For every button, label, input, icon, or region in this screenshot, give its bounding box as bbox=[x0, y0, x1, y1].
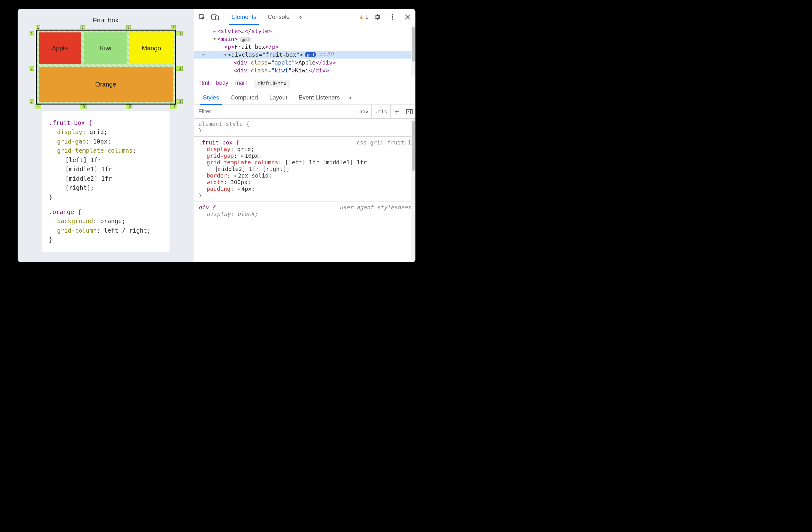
grid-cell-kiwi[interactable]: Kiwi bbox=[84, 32, 127, 64]
element-style-rule[interactable]: element.style { bbox=[199, 121, 411, 127]
scrollbar[interactable] bbox=[411, 119, 416, 262]
grid-badge-active[interactable]: grid bbox=[305, 52, 316, 57]
grid-col-label: -3 bbox=[80, 104, 86, 109]
code-selector: .orange { bbox=[49, 208, 82, 215]
styles-filter-row: :hov .cls bbox=[194, 105, 416, 119]
breadcrumb-item[interactable]: main bbox=[235, 80, 247, 87]
grid-row-label: 1 bbox=[30, 31, 34, 36]
grid-cell-apple[interactable]: Apple bbox=[39, 32, 82, 64]
styles-rules[interactable]: element.style { } css-grid-fruit:1 .frui… bbox=[194, 119, 416, 262]
svg-point-4 bbox=[392, 16, 393, 17]
styles-filter-input[interactable] bbox=[194, 108, 353, 115]
tab-event-listeners[interactable]: Event Listeners bbox=[293, 90, 345, 104]
grid-overlay-wrap: 1 2 3 4 1 -1 2 -2 3 -3 -4 -3 -2 -1 Apple… bbox=[36, 30, 176, 104]
svg-point-3 bbox=[392, 14, 393, 15]
device-toolbar-icon[interactable] bbox=[209, 11, 221, 23]
grid-cell-orange[interactable]: Orange bbox=[39, 67, 173, 102]
styles-tab-bar: Styles Computed Layout Event Listeners » bbox=[194, 90, 416, 105]
tab-layout[interactable]: Layout bbox=[263, 90, 293, 104]
inspect-element-icon[interactable] bbox=[196, 11, 208, 23]
rule-source-link[interactable]: css-grid-fruit:1 bbox=[357, 139, 411, 146]
fruit-box-grid[interactable]: Apple Kiwi Mango Orange bbox=[36, 30, 176, 104]
css-rule[interactable]: css-grid-fruit:1 .fruit-box { bbox=[199, 139, 411, 146]
grid-col-label: 1 bbox=[36, 25, 41, 30]
styles-tabs-overflow[interactable]: » bbox=[345, 90, 354, 104]
rule-source-ua: user agent stylesheet bbox=[339, 204, 411, 211]
svg-rect-6 bbox=[407, 110, 412, 114]
grid-col-label: 4 bbox=[171, 25, 176, 30]
dom-node[interactable]: <div class="kiwi">Kiwi</div> bbox=[194, 67, 416, 74]
settings-button[interactable] bbox=[372, 11, 383, 23]
tabs-overflow-button[interactable]: » bbox=[296, 9, 304, 25]
dom-node[interactable]: <p>Fruit box</p> bbox=[194, 43, 416, 51]
grid-cell-mango[interactable]: Mango bbox=[130, 32, 173, 64]
dom-node-selected[interactable]: ⋯ ▾<div class="fruit-box">grid== $0 bbox=[194, 51, 416, 58]
code-selector: .fruit-box { bbox=[49, 119, 92, 126]
grid-col-label: 2 bbox=[81, 25, 85, 30]
svg-rect-2 bbox=[215, 16, 219, 20]
breadcrumb-item-active[interactable]: div.fruit-box bbox=[255, 80, 290, 87]
tab-styles[interactable]: Styles bbox=[197, 90, 225, 104]
tab-console[interactable]: Console bbox=[263, 9, 295, 25]
grid-row-label: 2 bbox=[30, 66, 34, 71]
grid-col-label: 3 bbox=[127, 25, 131, 30]
breadcrumb-item[interactable]: html bbox=[199, 80, 209, 87]
dom-node[interactable]: <div class="apple">Apple</div> bbox=[194, 58, 416, 67]
dom-node[interactable]: ▸<style>…</style> bbox=[194, 27, 416, 35]
dom-tree[interactable]: ▸<style>…</style> ▾<main>grid <p>Fruit b… bbox=[194, 25, 416, 77]
grid-badge[interactable]: grid bbox=[240, 37, 251, 42]
app-window: Fruit box 1 2 3 4 1 -1 2 -2 3 -3 -4 -3 -… bbox=[18, 9, 416, 262]
grid-col-label: -1 bbox=[170, 104, 177, 109]
page-preview-pane: Fruit box 1 2 3 4 1 -1 2 -2 3 -3 -4 -3 -… bbox=[18, 9, 194, 262]
new-style-rule-button[interactable] bbox=[390, 105, 403, 118]
scrollbar[interactable] bbox=[411, 25, 416, 77]
dom-breadcrumb: html body main div.fruit-box bbox=[194, 77, 416, 90]
grid-row-label: -2 bbox=[176, 66, 183, 71]
toggle-sidebar-icon[interactable] bbox=[403, 105, 416, 118]
close-devtools-button[interactable] bbox=[402, 11, 414, 23]
warnings-badge[interactable]: ▲ 1 bbox=[359, 14, 368, 20]
kebab-menu-icon[interactable] bbox=[387, 11, 398, 23]
breadcrumb-item[interactable]: body bbox=[216, 80, 228, 87]
warning-icon: ▲ bbox=[359, 14, 364, 20]
dom-node[interactable]: ▾<main>grid bbox=[194, 35, 416, 43]
grid-col-label: -4 bbox=[34, 104, 41, 109]
devtools-tab-bar: Elements Console » ▲ 1 bbox=[194, 9, 416, 25]
cls-toggle[interactable]: .cls bbox=[372, 105, 390, 118]
ellipsis-icon[interactable]: ⋯ bbox=[197, 51, 210, 58]
tab-elements[interactable]: Elements bbox=[227, 9, 261, 25]
grid-row-label: 3 bbox=[30, 99, 34, 104]
code-snippet: .fruit-box { display: grid; grid-gap: 10… bbox=[42, 111, 170, 252]
page-title: Fruit box bbox=[93, 16, 119, 24]
css-rule-ua[interactable]: user agent stylesheet div { bbox=[199, 204, 411, 211]
tab-computed[interactable]: Computed bbox=[225, 90, 264, 104]
grid-row-label: -3 bbox=[176, 99, 183, 104]
grid-row-label: -1 bbox=[176, 31, 183, 36]
hov-toggle[interactable]: :hov bbox=[353, 105, 372, 118]
svg-point-5 bbox=[392, 18, 393, 19]
devtools-panel: Elements Console » ▲ 1 ▸<st bbox=[194, 9, 416, 262]
grid-col-label: -2 bbox=[126, 104, 132, 109]
